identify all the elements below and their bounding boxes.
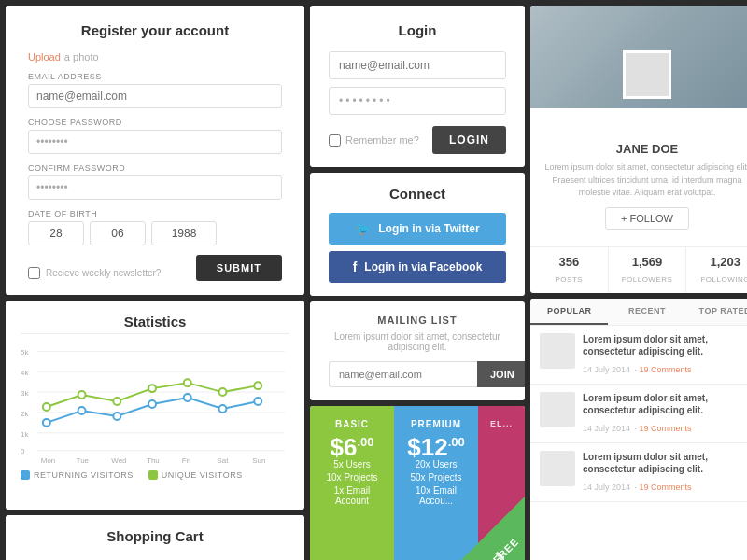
svg-text:1k: 1k	[21, 430, 28, 439]
password-group: CHOOSE PASSWORD	[28, 118, 282, 154]
twitter-label: Login in via Twitter	[378, 222, 479, 235]
premium-price: $12.00	[407, 435, 464, 459]
popular-thumb-1	[540, 333, 575, 369]
svg-point-20	[78, 407, 86, 414]
svg-point-21	[113, 413, 120, 420]
posts-stat: 356 POSTS	[530, 247, 609, 293]
email-input[interactable]	[28, 84, 282, 108]
dob-group: DATE OF BIRTH	[28, 209, 282, 245]
dob-year[interactable]	[151, 221, 217, 245]
login-password-input[interactable]	[329, 87, 506, 115]
legend-unique: UNIQUE VISITORS	[148, 470, 243, 480]
premium-title: PREMIUM	[411, 419, 461, 429]
unique-dot	[148, 470, 158, 480]
mail-row: JOIN	[329, 361, 506, 387]
confirm-label: CONFIRM PASSWORD	[28, 163, 282, 173]
submit-button[interactable]: SUBMIT	[196, 255, 282, 281]
facebook-icon: f	[353, 259, 358, 274]
svg-point-23	[184, 394, 191, 401]
remember-label: Remember me?	[345, 134, 419, 146]
tab-top-rated[interactable]: TOP RATED	[686, 299, 747, 325]
remember-row: Remember me?	[329, 134, 419, 147]
svg-point-22	[148, 400, 156, 408]
login-actions: Remember me? LOGIN	[329, 126, 506, 154]
profile-avatar	[623, 50, 671, 99]
popular-text-1: Lorem ipsum dolor sit amet, consectetur …	[583, 333, 747, 376]
password-input[interactable]	[28, 130, 282, 154]
profile-stats: 356 POSTS 1,569 FOLLOWERS 1,203 FOLLOWIN…	[530, 246, 747, 293]
followers-stat: 1,569 FOLLOWERS	[609, 247, 687, 293]
mailing-panel: MAILING LIST Lorem ipsum dolor sit amet,…	[310, 301, 525, 400]
follow-button[interactable]: + FOLLOW	[605, 207, 689, 230]
popular-text-3: Lorem ipsum dolor sit amet, consectetur …	[583, 451, 747, 494]
followers-label: FOLLOWERS	[622, 275, 673, 284]
dob-day[interactable]	[28, 221, 84, 245]
premium-feature-2: 50x Projects	[410, 472, 461, 483]
svg-point-26	[43, 403, 50, 411]
facebook-button[interactable]: f Login in via Facebook	[329, 251, 506, 283]
login-panel: Login Remember me? LOGIN	[310, 6, 525, 167]
mailing-title: MAILING LIST	[329, 315, 506, 326]
legend-returning: RETURNING VISITORS	[21, 470, 134, 480]
basic-title: BASIC	[335, 419, 369, 429]
chart-legend: RETURNING VISITORS UNIQUE VISITORS	[21, 470, 289, 480]
login-button[interactable]: LOGIN	[432, 126, 506, 154]
basic-feature-3: 1x Email Account	[319, 485, 385, 506]
confirm-input[interactable]	[28, 175, 282, 200]
basic-price: $6.00	[331, 435, 374, 459]
following-label: FOLLOWING	[700, 275, 747, 284]
posts-number: 356	[534, 255, 604, 269]
popular-text-2: Lorem ipsum dolor sit amet, consectetur …	[583, 392, 747, 435]
premium-feature-1: 20x Users	[415, 459, 457, 469]
returning-dot	[21, 470, 30, 480]
mail-input[interactable]	[329, 361, 477, 387]
popular-title-3: Lorem ipsum dolor sit amet, consectetur …	[583, 451, 747, 475]
basic-card: BASIC $6.00 5x Users 10x Projects 1x Ema…	[310, 406, 394, 560]
svg-text:5k: 5k	[21, 348, 28, 357]
basic-feature-1: 5x Users	[333, 459, 370, 469]
popular-panel: POPULAR RECENT TOP RATED Lorem ipsum dol…	[530, 299, 747, 561]
profile-info: JANE DOE Lorem ipsum dolor sit amet, con…	[530, 108, 747, 246]
premium-cents: .00	[448, 435, 465, 449]
shopping-cart-panel: Shopping Cart	[6, 515, 304, 560]
twitter-button[interactable]: 🐦 Login in via Twitter	[329, 213, 506, 245]
svg-text:Tue: Tue	[77, 456, 90, 465]
popular-comments-2: 19 Comments	[640, 424, 692, 433]
line-chart: 5k 4k 3k 2k 1k 0 Mon Tue Wed	[21, 343, 289, 465]
svg-point-28	[113, 398, 120, 405]
join-button[interactable]: JOIN	[477, 361, 525, 387]
upload-link[interactable]: Upload	[28, 51, 61, 63]
svg-text:4k: 4k	[21, 369, 28, 377]
free-badge-container: FREE ⬇	[450, 497, 525, 560]
svg-text:3k: 3k	[21, 389, 28, 398]
svg-point-29	[148, 385, 156, 392]
svg-text:Fri: Fri	[182, 456, 190, 465]
popular-date-3: 14 July 2014	[583, 483, 630, 492]
register-panel: Register your account Upload a photo EMA…	[6, 6, 304, 295]
tab-popular[interactable]: POPULAR	[530, 299, 608, 325]
upload-text: a photo	[64, 51, 99, 63]
profile-bio: Lorem ipsum dolor sit amet, consectetur …	[543, 161, 747, 200]
login-email-input[interactable]	[329, 51, 506, 79]
newsletter-checkbox[interactable]	[28, 267, 40, 279]
popular-item-1: Lorem ipsum dolor sit amet, consectetur …	[530, 326, 747, 385]
newsletter-label: Recieve weekly newsletter?	[46, 268, 161, 278]
svg-point-30	[184, 379, 191, 386]
svg-point-24	[219, 405, 227, 413]
svg-text:Wed: Wed	[111, 456, 126, 465]
email-label: EMAIL ADDRESS	[28, 72, 282, 81]
connect-title: Connect	[329, 186, 506, 202]
svg-text:Mon: Mon	[41, 456, 55, 465]
twitter-icon: 🐦	[355, 221, 371, 236]
dob-month[interactable]	[90, 221, 146, 245]
popular-date-2: 14 July 2014	[583, 424, 630, 433]
stats-title: Statistics	[21, 314, 289, 329]
upload-row: Upload a photo	[28, 51, 282, 63]
followers-number: 1,569	[613, 255, 683, 269]
email-group: EMAIL ADDRESS	[28, 72, 282, 108]
elite-title: EL...	[490, 419, 513, 428]
tab-recent[interactable]: RECENT	[608, 299, 685, 325]
svg-text:Thu: Thu	[147, 456, 160, 465]
popular-comments-3: 19 Comments	[640, 483, 692, 492]
remember-checkbox[interactable]	[329, 134, 341, 147]
